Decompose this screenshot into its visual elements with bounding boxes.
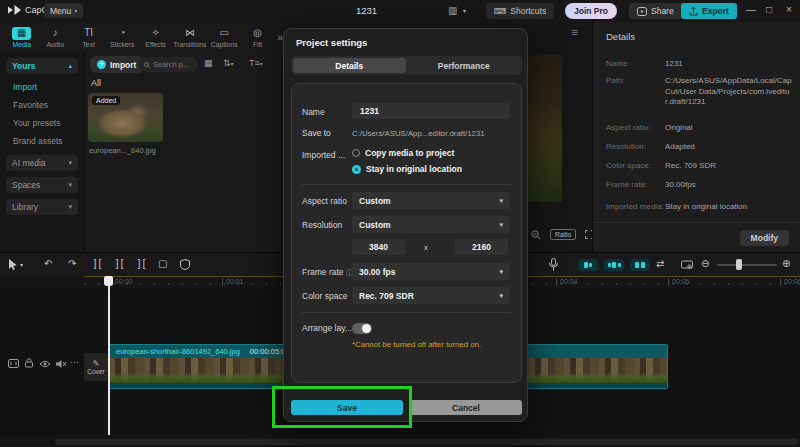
- sidebar-item-favorites[interactable]: Favorites: [13, 100, 48, 110]
- layout-chevron-icon[interactable]: ▾: [463, 7, 466, 14]
- sidebar-item-import[interactable]: Import: [13, 82, 37, 92]
- ruler-label: 00:04: [556, 278, 578, 286]
- sidebar-item-your-presets[interactable]: Your presets: [13, 118, 60, 128]
- timeline-zoom-slider[interactable]: [717, 264, 777, 266]
- radio-off-icon: [352, 149, 360, 157]
- shortcuts-button[interactable]: ⌨Shortcuts: [486, 3, 554, 19]
- delete-right-icon[interactable]: ][: [136, 258, 146, 269]
- tab-text[interactable]: TIText: [73, 27, 104, 48]
- tab-effects[interactable]: ✧Effects: [140, 27, 171, 48]
- sidebar-item-brand-assets[interactable]: Brand assets: [13, 136, 63, 146]
- tab-stickers[interactable]: ◔Stickers: [106, 27, 137, 48]
- import-button[interactable]: +Import: [90, 56, 143, 73]
- tab-performance[interactable]: Performance: [408, 58, 521, 73]
- tab-details[interactable]: Details: [293, 58, 406, 73]
- playhead-handle[interactable]: [104, 276, 113, 286]
- cancel-button[interactable]: Cancel: [410, 400, 522, 415]
- tab-transitions[interactable]: ⋈Transitions: [173, 27, 206, 48]
- sidebar-group-ai-media[interactable]: AI media▾: [6, 155, 78, 171]
- tab-media[interactable]: ▦Media: [6, 27, 37, 48]
- render-preview-icon[interactable]: [681, 260, 694, 270]
- export-icon: [689, 6, 698, 16]
- ruler-label: 00:01: [222, 278, 244, 286]
- search-input[interactable]: [153, 60, 193, 69]
- aspect-ratio-select[interactable]: Custom▾: [352, 192, 510, 209]
- divider: [302, 312, 511, 313]
- height-input[interactable]: [455, 239, 508, 255]
- ratio-button[interactable]: Ratio: [550, 229, 576, 240]
- timeline-zoom-knob[interactable]: [736, 259, 742, 270]
- crop-icon[interactable]: ▢: [158, 258, 167, 269]
- join-pro-button[interactable]: Join Pro: [565, 3, 617, 19]
- tab-captions[interactable]: ▭Captions: [208, 27, 239, 48]
- delete-left-icon[interactable]: ][: [114, 258, 124, 269]
- chevron-down-icon: ▾: [68, 159, 72, 167]
- sidebar-group-library[interactable]: Library▾: [6, 199, 78, 215]
- radio-stay-original[interactable]: Stay in original location: [352, 164, 462, 174]
- auto-ripple-icon[interactable]: ⇄: [656, 258, 664, 269]
- media-group-label: All: [91, 78, 101, 88]
- timeline-horizontal-scrollbar[interactable]: [55, 439, 798, 445]
- detail-row-color-space: Color space:Rec. 709 SDR: [606, 161, 792, 172]
- preview-menu-icon[interactable]: ≡: [572, 26, 578, 38]
- sidebar-group-spaces[interactable]: Spaces▾: [6, 177, 78, 193]
- lock-track-icon[interactable]: [24, 358, 34, 368]
- divider: [302, 184, 511, 185]
- color-space-select[interactable]: Rec. 709 SDR▾: [352, 287, 510, 304]
- undo-icon[interactable]: ↶: [44, 258, 52, 269]
- save-to-value: C:/Users/ASUS/App...editor.draft/1231: [352, 129, 485, 138]
- chevron-down-icon: ▾: [231, 61, 234, 67]
- color-space-label: Color space: [302, 291, 347, 301]
- radio-copy-media[interactable]: Copy media to project: [352, 148, 454, 158]
- save-to-label: Save to: [302, 128, 331, 138]
- playhead-line[interactable]: [108, 277, 110, 435]
- capcut-logo-icon: [8, 5, 21, 15]
- select-tool-chevron-icon[interactable]: ▾: [20, 261, 23, 268]
- tab-filters[interactable]: ◎Filt: [242, 27, 273, 48]
- zoom-out-icon[interactable]: ⊖: [701, 258, 709, 269]
- aspect-ratio-label: Aspect ratio: [302, 196, 347, 206]
- preview-zoom-icon[interactable]: [531, 230, 541, 240]
- tab-audio[interactable]: ♪Audio: [39, 27, 70, 48]
- modify-button[interactable]: Modify: [740, 230, 789, 246]
- media-file-name: european..._640.jpg: [89, 146, 156, 155]
- sort-icon[interactable]: ⇅▾: [223, 58, 234, 68]
- project-title: 1231: [356, 5, 377, 16]
- layout-switcher-icon[interactable]: ▥: [448, 5, 457, 16]
- link-clips-toggle[interactable]: [604, 259, 624, 271]
- more-track-options-icon[interactable]: ⋯: [70, 357, 79, 367]
- minimize-button[interactable]: —: [746, 4, 756, 15]
- main-track-icon[interactable]: [8, 359, 19, 368]
- search-box[interactable]: [139, 57, 198, 72]
- chevron-down-icon: ▾: [499, 221, 503, 229]
- chevron-down-icon: ▾: [260, 61, 263, 67]
- split-icon[interactable]: ][: [92, 258, 102, 269]
- resolution-select[interactable]: Custom▾: [352, 216, 510, 233]
- hide-track-icon[interactable]: [39, 360, 51, 368]
- menu-button[interactable]: Menu▾: [44, 3, 83, 18]
- mask-icon[interactable]: [180, 259, 190, 270]
- maximize-button[interactable]: □: [766, 4, 772, 15]
- sidebar-section-yours[interactable]: Yours▴: [6, 58, 78, 74]
- media-thumbnail-cat[interactable]: Added: [88, 93, 163, 142]
- filter-type-icon[interactable]: T≡▾: [249, 58, 263, 68]
- mute-track-icon[interactable]: [55, 359, 67, 369]
- export-button[interactable]: Export: [681, 3, 737, 19]
- frame-rate-select[interactable]: 30.00 fps▾: [352, 263, 510, 280]
- redo-icon[interactable]: ↷: [68, 258, 76, 269]
- preview-axis-toggle[interactable]: [630, 259, 650, 271]
- magnetic-snap-toggle[interactable]: [578, 259, 598, 271]
- chevron-down-icon: ▾: [68, 181, 72, 189]
- project-name-input[interactable]: [352, 103, 510, 119]
- arrange-layers-toggle[interactable]: [352, 323, 372, 334]
- detail-row-path: Path:C:/Users/ASUS/AppData/Local/CapCut/…: [606, 76, 792, 108]
- grid-view-icon[interactable]: ▦: [204, 58, 213, 68]
- close-button[interactable]: ×: [786, 4, 792, 15]
- share-button[interactable]: Share: [629, 3, 682, 19]
- record-voiceover-icon[interactable]: [549, 258, 558, 271]
- search-icon: [144, 61, 150, 69]
- select-tool-icon[interactable]: [8, 259, 18, 271]
- edit-cover-button[interactable]: ✎Cover: [84, 353, 108, 381]
- zoom-in-icon[interactable]: ⊕: [782, 258, 790, 269]
- width-input[interactable]: [352, 239, 405, 255]
